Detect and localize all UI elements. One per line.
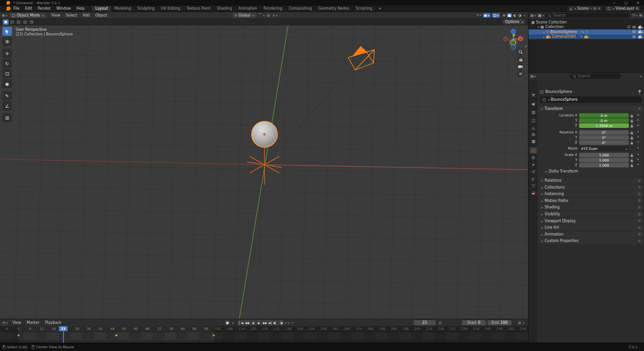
viewport-canvas[interactable]: User Perspective (23) Collection | Bounc… (0, 25, 528, 319)
rotation-x-field[interactable]: 0° (579, 130, 629, 135)
properties-tab-world[interactable]: ◍ (529, 131, 537, 138)
menu-render[interactable]: Render (35, 6, 53, 11)
transform-panel-header[interactable]: ▾ Transform ☰ (538, 106, 643, 111)
properties-tab-tool[interactable]: ⚒ (529, 92, 537, 98)
workspace-tab-scripting[interactable]: Scripting (352, 6, 375, 11)
hide-eye-icon[interactable] (632, 30, 636, 33)
animate-dot-icon[interactable]: • (636, 135, 640, 139)
new-collection-icon[interactable]: ⊞ (639, 13, 642, 17)
proportional-falloff-dropdown[interactable]: ∧▾ (272, 13, 277, 17)
viewlayer-selector[interactable]: ◫▾ ViewLayer ⧉ (605, 6, 640, 11)
maximize-icon[interactable]: ▢ (620, 1, 632, 5)
panel-grip-icon[interactable]: ☰ (638, 219, 641, 223)
outliner-row-collection[interactable]: ▾▦Collection☑ (529, 25, 644, 30)
viewport-menu-add[interactable]: Add (80, 13, 92, 17)
panel-animation[interactable]: ▸Animation☰ (538, 231, 643, 237)
properties-tab-output[interactable]: ▤ (529, 109, 537, 115)
workspace-tab-texture-paint[interactable]: Texture Paint (184, 6, 214, 11)
frame-jump-dropdown[interactable]: ▾ (285, 321, 287, 324)
new-scene-icon[interactable]: ⧉ (593, 6, 596, 11)
shading-rendered-button[interactable]: ◑ (518, 13, 521, 17)
close-icon[interactable]: ✕ (632, 1, 644, 5)
hide-eye-icon[interactable] (632, 35, 636, 38)
add-workspace-button[interactable]: + (375, 6, 385, 11)
lock-icon[interactable] (630, 119, 633, 123)
gizmo-z-neg[interactable] (511, 45, 516, 50)
disable-render-camera-icon[interactable] (638, 25, 643, 29)
options-dropdown[interactable]: Options▾ (503, 19, 525, 24)
panel-motion-paths[interactable]: ▸Motion Paths☰ (538, 198, 643, 204)
panel-grip-icon[interactable]: ☰ (638, 199, 641, 202)
lock-icon[interactable] (630, 141, 633, 145)
expand-caret[interactable]: ▸ (543, 30, 545, 34)
blender-menu-icon[interactable] (6, 6, 11, 11)
play-reverse-button[interactable]: ◀ (250, 320, 256, 325)
disable-render-camera-icon[interactable] (638, 30, 643, 34)
keying-set-icon[interactable]: ◇ (288, 321, 290, 325)
sidebar-toggle-arrow[interactable]: ◂ (525, 45, 527, 48)
panel-grip-icon[interactable]: ☰ (638, 232, 641, 236)
keyframe-diamond-frame-50[interactable] (114, 334, 118, 337)
lock-icon[interactable] (630, 153, 633, 157)
pin-icon[interactable] (638, 90, 641, 94)
use-preview-range-icon[interactable]: ◷ (438, 321, 442, 325)
z-field[interactable]: 1.000 (579, 163, 629, 167)
unlink-scene-icon[interactable]: ✕ (598, 6, 601, 11)
workspace-tab-rendering[interactable]: Rendering (260, 6, 286, 11)
panel-grip-icon[interactable]: ☰ (638, 179, 641, 183)
z-field[interactable]: 0° (579, 140, 629, 145)
panel-grip-icon[interactable]: ☰ (638, 206, 641, 209)
panel-collections[interactable]: ▸Collections☰ (538, 184, 643, 190)
pan-hand-button[interactable] (517, 56, 524, 63)
play-button[interactable]: ▶ (256, 320, 262, 325)
navigation-gizmo[interactable]: Z X (503, 27, 526, 51)
exclude-checkbox[interactable]: ☑ (627, 25, 631, 29)
panel-custom-properties[interactable]: ▸Custom Properties☰ (538, 238, 643, 244)
expand-caret[interactable]: ▸ (543, 35, 545, 38)
playback-sync-icon[interactable]: ◍ (518, 321, 521, 325)
outliner-row-cameraorbit[interactable]: ▸CameraOrbit∿ (529, 35, 644, 40)
animate-dot-icon[interactable]: • (636, 158, 640, 161)
delta-transform-subpanel[interactable]: ▸ Delta Transform (538, 168, 643, 174)
animate-dot-icon[interactable]: • (636, 153, 640, 156)
shading-solid-button[interactable]: ● (507, 13, 512, 17)
next-keyframe-button[interactable]: ▶▶ (262, 320, 268, 325)
playback-sync-dropdown[interactable]: ▾ (523, 321, 524, 324)
properties-tab-data[interactable]: ▽ (529, 183, 537, 189)
workspace-tab-sculpting[interactable]: Sculpting (134, 6, 158, 11)
panel-instancing[interactable]: ▸Instancing☰ (538, 191, 643, 197)
panel-relations[interactable]: ▸Relations☰ (538, 178, 643, 184)
panel-grip-icon[interactable]: ☰ (638, 226, 641, 230)
properties-tab-particles[interactable]: ∗ (529, 161, 537, 168)
y-field[interactable]: 0 m (579, 118, 629, 123)
panel-grip-icon[interactable]: ☰ (638, 107, 641, 110)
animate-dot-icon[interactable]: • (636, 163, 640, 167)
select-mode-set[interactable]: ▣ (3, 19, 9, 25)
gizmo-y-pos[interactable] (512, 34, 515, 36)
zoom-button[interactable] (517, 48, 524, 55)
workspace-tab-geometry-nodes[interactable]: Geometry Nodes (315, 6, 352, 11)
properties-tab-render[interactable]: ◉ (529, 101, 537, 107)
object-name-field[interactable]: ▢▾ BounceSphere (540, 97, 641, 103)
workspace-tab-shading[interactable]: Shading (213, 6, 235, 11)
outliner-row-bouncesphere[interactable]: ▸▽BounceSphere∿▽ (529, 29, 644, 35)
properties-tab-collection[interactable]: ▦ (529, 138, 537, 144)
properties-tab-constraints[interactable]: ⊏ (529, 176, 537, 182)
outliner-item-label[interactable]: Collection (546, 25, 564, 29)
menu-help[interactable]: Help (74, 6, 87, 11)
workspace-tab-layout[interactable]: Layout (92, 6, 111, 11)
location-x-field[interactable]: 0 m (579, 113, 629, 118)
properties-tab-scene[interactable]: ◬ (529, 125, 537, 131)
prev-keyframe-button[interactable]: ◀◀ (244, 320, 250, 325)
properties-editor-icon[interactable]: ▤▾ (530, 74, 536, 78)
properties-tab-modifiers[interactable]: ⚙ (529, 155, 537, 161)
select-mode-subtract[interactable]: ◱ (16, 19, 22, 25)
panel-viewport-display[interactable]: ▸Viewport Display☰ (538, 218, 643, 224)
camera-view-button[interactable] (517, 63, 524, 70)
expand-caret[interactable]: ▾ (538, 25, 539, 29)
properties-tab-material[interactable]: ◒ (529, 190, 537, 196)
outliner-row-scene-collection[interactable]: ▦Scene Collection (529, 20, 644, 25)
viewport-menu-select[interactable]: Select (63, 13, 80, 17)
proportional-editing-toggle[interactable]: ◎ (267, 13, 270, 17)
outliner-search-input[interactable]: Search (546, 13, 630, 18)
